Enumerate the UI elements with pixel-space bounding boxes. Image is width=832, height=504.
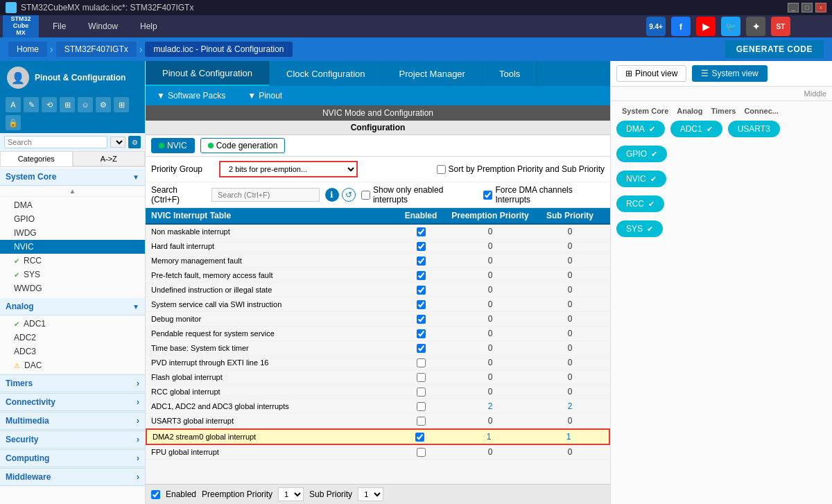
tab-project-manager[interactable]: Project Manager (383, 61, 483, 86)
sidebar-item-wwdg[interactable]: WWDG (0, 281, 145, 295)
interrupt-enabled-checkbox[interactable] (417, 242, 426, 251)
section-connectivity[interactable]: Connectivity › (0, 393, 145, 411)
sub-tab-pinout[interactable]: ▼ Pinout (236, 86, 293, 105)
twitter-icon[interactable]: 🐦 (721, 17, 740, 36)
section-timers[interactable]: Timers › (0, 374, 145, 392)
bottom-enabled-checkbox[interactable] (151, 490, 160, 499)
nvic-tab-nvic[interactable]: NVIC (151, 138, 195, 153)
search-info-icon[interactable]: ℹ (325, 188, 339, 202)
tab-az[interactable]: A->Z (73, 151, 146, 166)
brand-icon[interactable]: ST (771, 17, 790, 36)
interrupt-enabled-checkbox[interactable] (417, 402, 426, 411)
link-icon[interactable]: ✦ (746, 17, 765, 36)
tab-system-view[interactable]: ☰ System view (692, 65, 767, 82)
sidebar-item-gpio[interactable]: GPIO (0, 212, 145, 226)
bottom-sub-select[interactable]: 1 (358, 487, 383, 501)
sidebar-item-adc2[interactable]: ADC2 (0, 331, 145, 345)
minimize-btn[interactable]: _ (788, 3, 799, 12)
priority-group-select[interactable]: 2 bits for pre-emption... (219, 161, 358, 177)
menu-bar: STM32CubeMX File Window Help 9.4+ f ▶ 🐦 … (0, 15, 832, 37)
badge-gpio[interactable]: GPIO ✔ (616, 146, 667, 162)
search-icons: ℹ ↺ (325, 188, 356, 202)
force-dma-checkbox[interactable] (483, 191, 492, 200)
close-btn[interactable]: × (815, 3, 826, 12)
badge-nvic[interactable]: NVIC ✔ (616, 171, 666, 187)
sidebar-item-adc1[interactable]: ✔ADC1 (0, 317, 145, 331)
icon-btn-8[interactable]: 🔒 (6, 115, 21, 130)
section-computing[interactable]: Computing › (0, 449, 145, 467)
section-multimedia[interactable]: Multimedia › (0, 412, 145, 430)
tab-tools[interactable]: Tools (483, 61, 537, 86)
nvic-tab-codegen[interactable]: Code generation (200, 138, 286, 153)
interrupt-enabled-checkbox[interactable] (417, 417, 426, 426)
sidebar-avatar: 👤 (7, 67, 29, 89)
nvic-search-input[interactable] (211, 188, 320, 202)
interrupt-enabled-checkbox[interactable] (417, 344, 426, 353)
sidebar-item-rcc[interactable]: ✔RCC (0, 254, 145, 268)
sort-premption-checkbox[interactable] (437, 165, 446, 174)
menu-window[interactable]: Window (77, 19, 129, 34)
gpio-label: GPIO (14, 214, 35, 224)
section-analog[interactable]: Analog ▼ (0, 298, 145, 315)
interrupt-enabled-checkbox[interactable] (417, 373, 426, 382)
sidebar-item-dac[interactable]: ⚠DAC (0, 358, 145, 372)
icon-btn-4[interactable]: ⊞ (60, 97, 75, 112)
tab-categories[interactable]: Categories (0, 151, 73, 166)
icon-btn-7[interactable]: ⊞ (114, 97, 129, 112)
interrupt-enabled-checkbox[interactable] (417, 358, 426, 367)
interrupt-enabled-checkbox[interactable] (417, 329, 426, 338)
interrupt-enabled-checkbox[interactable] (417, 300, 426, 309)
section-system-core[interactable]: System Core ▼ (0, 168, 145, 186)
interrupt-enabled-checkbox[interactable] (417, 271, 426, 280)
breadcrumb-device[interactable]: STM32F407IGTx (56, 42, 137, 57)
section-security[interactable]: Security › (0, 431, 145, 449)
interrupt-name: Hard fault interrupt (151, 242, 397, 250)
sub-tab-software-packs[interactable]: ▼ Software Packs (146, 86, 236, 105)
bottom-preemption-select[interactable]: 1 (278, 487, 304, 501)
menu-help[interactable]: Help (129, 19, 168, 34)
tab-pinout-config[interactable]: Pinout & Configuration (146, 61, 270, 86)
search-refresh-icon[interactable]: ↺ (342, 188, 356, 202)
interrupt-enabled-checkbox[interactable] (417, 286, 426, 295)
icon-btn-6[interactable]: ⚙ (96, 97, 111, 112)
tab-pinout-view[interactable]: ⊞ Pinout view (616, 65, 686, 82)
icon-btn-5[interactable]: ☺ (78, 97, 93, 112)
generate-code-button[interactable]: GENERATE CODE (725, 40, 824, 58)
badge-sys[interactable]: SYS ✔ (616, 220, 663, 237)
badge-rcc[interactable]: RCC ✔ (616, 195, 664, 212)
sidebar-search-input[interactable] (4, 136, 107, 148)
sidebar-item-adc3[interactable]: ADC3 (0, 345, 145, 358)
badge-usart3[interactable]: USART3 (728, 121, 780, 137)
interrupt-enabled-checkbox[interactable] (417, 315, 426, 324)
show-enabled-checkbox[interactable] (361, 191, 370, 200)
sidebar-item-sys[interactable]: ✔SYS (0, 268, 145, 281)
menu-file[interactable]: File (42, 19, 77, 34)
sidebar-gear-icon[interactable]: ⚙ (128, 136, 141, 148)
badge-dma[interactable]: DMA ✔ (616, 121, 665, 137)
tab-clock-config[interactable]: Clock Configuration (270, 61, 382, 86)
maximize-btn[interactable]: □ (801, 3, 813, 12)
icon-btn-2[interactable]: ✎ (24, 97, 39, 112)
breadcrumb-config[interactable]: muladc.ioc - Pinout & Configuration (145, 42, 292, 57)
sidebar-item-nvic[interactable]: NVIC (0, 240, 145, 254)
interrupt-enabled-checkbox[interactable] (417, 448, 426, 457)
interrupt-enabled-checkbox[interactable] (417, 388, 426, 397)
badge-adc1[interactable]: ADC1 ✔ (670, 121, 722, 137)
sidebar-search-select[interactable] (110, 137, 125, 148)
facebook-icon[interactable]: f (671, 17, 691, 36)
breadcrumb-home[interactable]: Home (8, 42, 47, 57)
interrupt-preemption: 0 (445, 329, 535, 338)
interrupt-enabled-checkbox[interactable] (415, 433, 424, 442)
section-middleware[interactable]: Middleware › (0, 468, 145, 486)
youtube-icon[interactable]: ▶ (696, 17, 716, 36)
interrupt-enabled-checkbox[interactable] (417, 227, 426, 236)
interrupt-enabled-checkbox[interactable] (417, 257, 426, 266)
interrupt-sub: 0 (535, 387, 605, 397)
dma-badge-check: ✔ (649, 125, 655, 134)
window-controls: _ □ × (788, 3, 826, 12)
interrupt-enabled (395, 433, 444, 442)
sidebar-item-dma[interactable]: DMA (0, 198, 145, 212)
icon-btn-1[interactable]: A (6, 97, 21, 112)
sidebar-item-iwdg[interactable]: IWDG (0, 226, 145, 240)
icon-btn-3[interactable]: ⟲ (42, 97, 57, 112)
